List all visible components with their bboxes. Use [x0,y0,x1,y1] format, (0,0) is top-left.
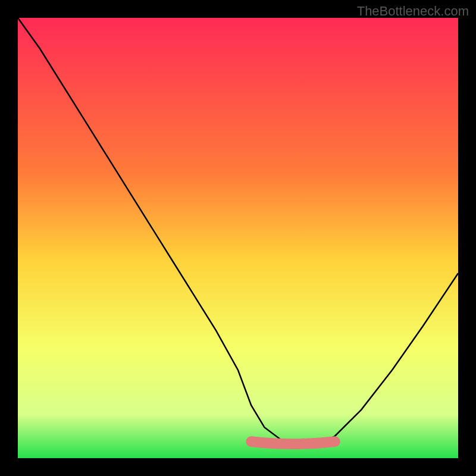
gradient-background [18,18,458,458]
chart-svg [18,18,458,458]
optimal-range-marker [251,441,335,444]
attribution-text: TheBottleneck.com [357,4,469,19]
chart-area [18,18,458,458]
